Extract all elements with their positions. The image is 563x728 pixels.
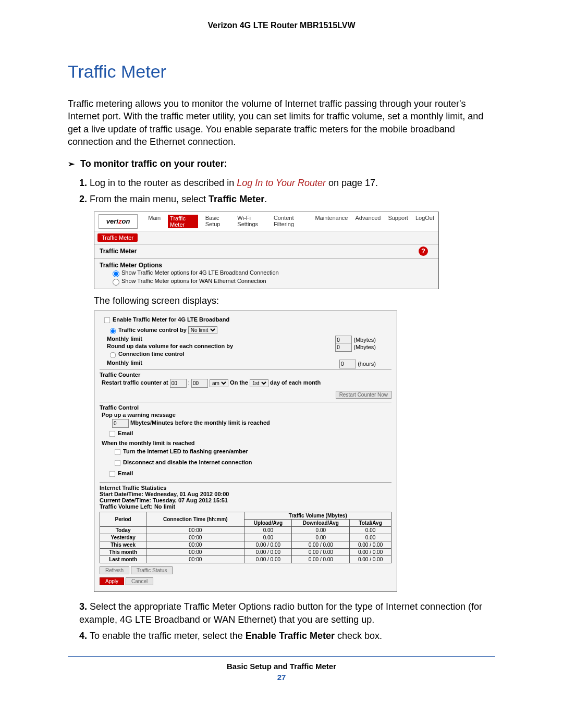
- th-download: Download/Avg: [292, 519, 350, 526]
- intro-paragraph: Traffic metering allows you to monitor t…: [68, 97, 495, 148]
- nav-main[interactable]: Main: [148, 215, 161, 228]
- volume-left: Traffic Volume Left: No limit: [100, 503, 391, 510]
- th-conn-time: Connection Time (hh:mm): [146, 512, 244, 526]
- nav-support[interactable]: Support: [388, 215, 408, 228]
- enable-traffic-meter-checkbox[interactable]: [104, 317, 111, 323]
- popup-warning-label: Pop up a warning message: [102, 412, 391, 418]
- monthly-limit-label: Monthly limit: [107, 336, 142, 342]
- stats-table: Period Connection Time (hh:mm) Traffic V…: [100, 512, 391, 563]
- current-datetime: Current Date/Time: Tuesday, 07 Aug 2012 …: [100, 497, 391, 503]
- step-3-text: Select the appropriate Traffic Meter Opt…: [79, 601, 482, 625]
- restart-ampm-select[interactable]: am: [210, 379, 228, 387]
- stats-heading: Internet Traffic Statistics: [100, 482, 391, 491]
- step-2-bold: Traffic Meter: [209, 194, 264, 204]
- login-link[interactable]: Log In to Your Router: [237, 178, 326, 188]
- task-heading-text: To monitor traffic on your router:: [80, 158, 227, 169]
- turn-led-checkbox[interactable]: [115, 449, 121, 455]
- opt-wan-radio[interactable]: [113, 279, 119, 286]
- th-traffic-volume: Traffic Volume (Mbytes): [244, 512, 391, 519]
- step-4-post: check box.: [335, 631, 382, 641]
- page-number: 27: [68, 673, 495, 682]
- nav-traffic-meter[interactable]: Traffic Meter: [168, 215, 198, 228]
- traffic-control-heading: Traffic Control: [100, 402, 391, 411]
- restart-mid: On the: [230, 379, 250, 386]
- round-up-label: Round up data volume for each connection…: [107, 343, 233, 349]
- email-checkbox-2[interactable]: [109, 471, 116, 477]
- start-datetime: Start Date/Time: Wednesday, 01 Aug 2012 …: [100, 491, 391, 497]
- hours-unit: (hours): [358, 361, 376, 367]
- arrow-icon: ➢: [68, 159, 75, 168]
- step-1: 1. Log in to the router as described in …: [79, 177, 495, 190]
- refresh-button[interactable]: Refresh: [100, 566, 129, 574]
- opt-4g-radio[interactable]: [113, 270, 119, 277]
- monthly-limit-hours-input[interactable]: [339, 360, 356, 368]
- traffic-counter-heading: Traffic Counter: [100, 369, 391, 378]
- step-4-pre: To enable the traffic meter, select the: [90, 631, 246, 641]
- opt-wan-label: Show Traffic Meter options for WAN Ether…: [121, 277, 266, 283]
- table-row: Yesterday00:000.000.000.00: [100, 534, 391, 541]
- volume-control-radio[interactable]: [110, 328, 116, 334]
- table-row: Today00:000.000.000.00: [100, 526, 391, 534]
- options-heading: Traffic Meter Options: [100, 262, 433, 269]
- cancel-button[interactable]: Cancel: [126, 577, 153, 585]
- nav-logout[interactable]: LogOut: [415, 215, 434, 228]
- footer-title: Basic Setup and Traffic Meter: [68, 662, 495, 671]
- enable-traffic-meter-label: Enable Traffic Meter for 4G LTE Broadban…: [113, 316, 229, 323]
- screenshot-settings: Enable Traffic Meter for 4G LTE Broadban…: [94, 311, 397, 592]
- nav-advanced[interactable]: Advanced: [355, 215, 381, 228]
- screenshot-nav: verizon Main Traffic Meter Basic Setup W…: [94, 212, 439, 289]
- when-limit-label: When the monthly limit is reached: [102, 440, 391, 446]
- step-3: 3. Select the appropriate Traffic Meter …: [79, 600, 495, 626]
- table-row: Last month00:000.00 / 0.000.00 / 0.000.0…: [100, 556, 391, 563]
- email-label-2: Email: [118, 470, 133, 476]
- task-heading: ➢ To monitor traffic on your router:: [68, 158, 495, 169]
- mbytes-unit-2: (Mbytes): [353, 344, 376, 350]
- sidebar-traffic-meter[interactable]: Traffic Meter: [97, 233, 138, 242]
- monthly-limit-label-2: Monthly limit: [107, 360, 142, 366]
- step-1-post: on page 17.: [326, 178, 378, 188]
- table-row: This month00:000.00 / 0.000.00 / 0.000.0…: [100, 548, 391, 556]
- mbytes-unit: (Mbytes): [353, 337, 376, 343]
- connection-time-label: Connection time control: [118, 350, 185, 356]
- step-1-pre: Log in to the router as described in: [90, 178, 237, 188]
- restart-day-select[interactable]: 1st: [250, 379, 268, 387]
- verizon-logo: verizon: [99, 214, 138, 229]
- turn-led-label: Turn the Internet LED to flashing green/…: [123, 448, 248, 454]
- step-4-bold: Enable Traffic Meter: [246, 631, 335, 641]
- th-total: Total/Avg: [350, 519, 391, 526]
- th-upload: Upload/Avg: [244, 519, 292, 526]
- apply-button[interactable]: Apply: [100, 577, 124, 585]
- help-icon[interactable]: ?: [419, 246, 428, 256]
- popup-unit-label: Mbytes/Minutes before the monthly limit …: [130, 419, 270, 426]
- step-2-post: .: [264, 194, 267, 204]
- disconnect-checkbox[interactable]: [115, 460, 121, 466]
- step-4: 4. To enable the traffic meter, select t…: [79, 630, 495, 643]
- restart-counter-label: Restart traffic counter at: [102, 379, 170, 386]
- restart-min-input[interactable]: [191, 379, 208, 388]
- table-row: This week00:000.00 / 0.000.00 / 0.000.00…: [100, 541, 391, 548]
- nav-maintenance[interactable]: Maintenance: [315, 215, 348, 228]
- popup-value-input[interactable]: [112, 419, 129, 428]
- section-title: Traffic Meter: [68, 61, 495, 82]
- panel-title: Traffic Meter: [100, 248, 137, 255]
- nav-wifi-settings[interactable]: Wi-Fi Settings: [237, 215, 266, 228]
- restart-counter-button[interactable]: Restart Counter Now: [336, 391, 391, 399]
- step-2-pre: From the main menu, select: [90, 194, 209, 204]
- restart-post: day of each month: [270, 379, 321, 386]
- nav-content-filtering[interactable]: Content Filtering: [274, 215, 308, 228]
- nav-basic-setup[interactable]: Basic Setup: [205, 215, 230, 228]
- th-period: Period: [100, 512, 146, 526]
- disconnect-label: Disconnect and disable the Internet conn…: [123, 459, 252, 465]
- round-up-input[interactable]: [335, 343, 352, 352]
- traffic-status-button[interactable]: Traffic Status: [131, 566, 173, 574]
- volume-control-select[interactable]: No limit: [188, 326, 217, 334]
- email-label-1: Email: [118, 430, 133, 436]
- restart-hour-input[interactable]: [170, 379, 187, 388]
- email-checkbox-1[interactable]: [109, 430, 116, 437]
- volume-control-label: Traffic volume control by: [118, 326, 188, 332]
- following-screen-text: The following screen displays:: [94, 295, 495, 306]
- document-header: Verizon 4G LTE Router MBR1515LVW: [68, 21, 495, 30]
- connection-time-radio[interactable]: [110, 352, 116, 358]
- opt-4g-label: Show Traffic Meter options for 4G LTE Br…: [121, 269, 279, 275]
- step-2: 2. From the main menu, select Traffic Me…: [79, 193, 495, 206]
